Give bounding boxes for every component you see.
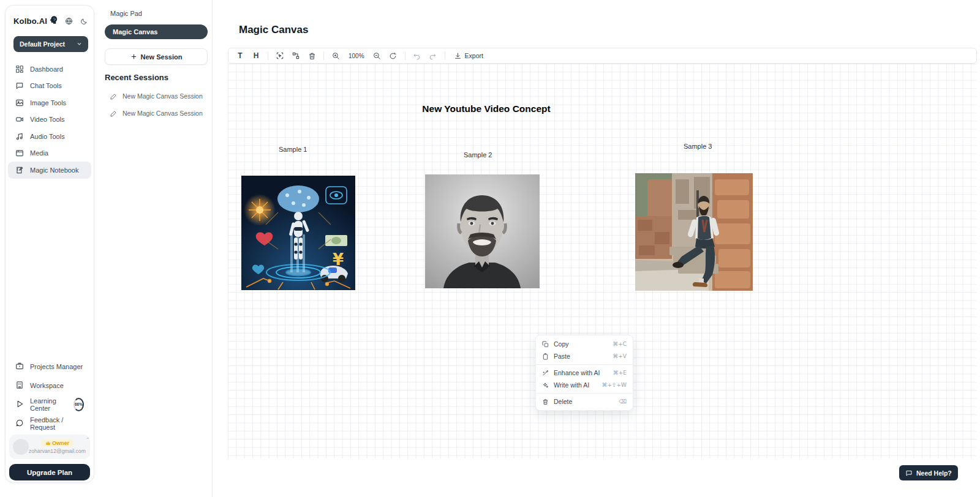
canvas-title-text[interactable]: New Youtube Video Concept — [422, 103, 551, 114]
plus-icon — [130, 53, 137, 60]
sidebar-item-label: Dashboard — [30, 65, 63, 73]
ai-select-tool-button[interactable] — [273, 50, 287, 62]
recent-session-item[interactable]: New Magic Canvas Session — [110, 110, 203, 117]
learning-progress-badge: 66% — [74, 398, 84, 411]
magic-canvas-surface[interactable]: New Youtube Video Concept Sample 1 Sampl… — [228, 64, 976, 458]
context-menu-divider — [536, 364, 633, 365]
zoom-out-button[interactable] — [371, 50, 384, 62]
sidebar-item-workspace[interactable]: Workspace — [8, 376, 91, 395]
sidebar-item-learning-center[interactable]: Learning Center 66% — [8, 395, 91, 414]
shortcut-hint: ⌘+E — [613, 370, 627, 376]
sample-1-label[interactable]: Sample 1 — [279, 146, 307, 153]
sidebar-bottom: Projects Manager Workspace Learning Cent… — [8, 357, 91, 433]
app-logo: Kolbo.AI — [13, 17, 47, 26]
context-menu-item-delete[interactable]: Delete ⌫ — [536, 395, 633, 408]
upgrade-plan-button[interactable]: Upgrade Plan — [9, 464, 90, 480]
pencil-icon — [110, 110, 117, 117]
recent-session-label: New Magic Canvas Session — [123, 110, 203, 117]
sidebar-item-image-tools[interactable]: Image Tools — [8, 94, 91, 111]
canvas-toolbar: T H 100% Export — [228, 48, 977, 64]
reset-view-button[interactable] — [386, 50, 400, 62]
undo-button[interactable] — [410, 50, 424, 62]
project-selector-dropdown[interactable]: Default Project — [13, 36, 88, 52]
context-menu-item-enhance-with-ai[interactable]: Enhance with AI ⌘+E — [536, 367, 633, 379]
sidebar-item-label: Magic Notebook — [30, 166, 79, 174]
toolbar-divider — [323, 51, 324, 60]
context-menu-divider — [536, 393, 633, 394]
sample-image-1-ai-concept[interactable]: ¥ — [241, 176, 355, 290]
menu-item-magic-canvas-active[interactable]: Magic Canvas — [105, 24, 208, 39]
context-menu-label: Enhance with AI — [554, 369, 600, 376]
context-menu-item-write-with-ai[interactable]: Write with AI ⌘+⇧+W — [536, 379, 633, 391]
session-panel: Magic Pad Magic Canvas New Session Recen… — [96, 0, 213, 497]
export-button[interactable]: Export — [450, 52, 487, 60]
toolbar-divider — [268, 51, 268, 60]
video-camera-icon — [15, 115, 24, 124]
context-menu-label: Delete — [554, 398, 572, 405]
need-help-label: Need Help? — [916, 469, 952, 477]
sidebar-item-label: Audio Tools — [30, 133, 65, 140]
zoom-level-indicator: 100% — [345, 53, 368, 59]
menu-item-magic-pad[interactable]: Magic Pad — [110, 10, 142, 17]
new-session-label: New Session — [141, 53, 183, 61]
chevron-down-icon — [77, 40, 82, 48]
sidebar-item-projects-manager[interactable]: Projects Manager — [8, 357, 91, 376]
sidebar-item-media[interactable]: Media — [8, 145, 91, 162]
primary-sidebar: Kolbo.AI Default Project Dashboard — [5, 5, 94, 483]
chat-bubble-icon — [15, 81, 24, 90]
copy-icon — [542, 341, 549, 348]
sidebar-nav: Dashboard Chat Tools Image Tools Video T… — [8, 61, 91, 179]
heading-tool-button[interactable]: H — [249, 50, 263, 62]
context-menu-item-paste[interactable]: Paste ⌘+V — [536, 350, 633, 362]
user-meta: Owner zoharvan12@gmail.com — [29, 439, 86, 454]
sidebar-item-label: Media — [30, 149, 48, 157]
briefcase-icon — [15, 362, 24, 372]
app-root: Kolbo.AI Default Project Dashboard — [0, 0, 980, 497]
project-selector-label: Default Project — [20, 40, 65, 48]
need-help-button[interactable]: Need Help? — [899, 465, 958, 480]
help-chat-icon — [905, 469, 913, 477]
sidebar-item-chat-tools[interactable]: Chat Tools — [8, 78, 91, 95]
text-tool-button[interactable]: T — [233, 50, 247, 62]
sample-2-label[interactable]: Sample 2 — [464, 151, 492, 159]
recent-sessions-header: Recent Sessions — [105, 73, 168, 82]
toolbar-divider — [405, 51, 405, 60]
feedback-chat-icon — [15, 419, 24, 428]
shortcut-hint: ⌘+C — [612, 341, 627, 347]
trash-icon — [542, 398, 549, 405]
image-icon — [15, 99, 24, 107]
sidebar-item-video-tools[interactable]: Video Tools — [8, 111, 91, 129]
sample-image-3-ruins[interactable] — [635, 173, 753, 291]
sidebar-item-magic-notebook[interactable]: Magic Notebook — [8, 162, 91, 179]
sample-image-2-portrait[interactable] — [425, 174, 540, 288]
zoom-in-button[interactable] — [329, 50, 342, 62]
sample-3-label[interactable]: Sample 3 — [684, 143, 712, 150]
shortcut-hint: ⌫ — [619, 398, 627, 405]
collapse-caret-icon: ⌃ — [86, 437, 90, 443]
connector-tool-button[interactable] — [289, 50, 303, 62]
paste-icon — [542, 353, 549, 360]
recent-session-item[interactable]: New Magic Canvas Session — [110, 92, 203, 100]
main-area: Magic Canvas T H 100% Export New Youtube… — [213, 0, 980, 497]
delete-tool-button[interactable] — [305, 50, 318, 62]
crown-icon — [45, 441, 51, 446]
sidebar-item-feedback-request[interactable]: Feedback / Request — [8, 414, 91, 433]
context-menu-label: Write with AI — [554, 381, 589, 389]
sidebar-item-label: Projects Manager — [30, 363, 83, 370]
context-menu-item-copy[interactable]: Copy ⌘+C — [536, 338, 633, 350]
play-icon — [15, 400, 24, 409]
globe-language-icon[interactable] — [65, 17, 73, 25]
toolbar-divider — [445, 51, 445, 60]
sidebar-item-audio-tools[interactable]: Audio Tools — [8, 128, 91, 145]
dark-mode-moon-icon[interactable] — [80, 18, 88, 25]
sidebar-item-label: Workspace — [30, 382, 64, 389]
user-avatar — [13, 439, 29, 455]
redo-button[interactable] — [426, 50, 440, 62]
owner-role-badge: Owner — [41, 439, 74, 447]
user-account-card[interactable]: Owner zoharvan12@gmail.com ⌃ — [9, 435, 90, 459]
new-session-button[interactable]: New Session — [105, 48, 208, 65]
page-title: Magic Canvas — [239, 24, 308, 36]
download-icon — [454, 52, 462, 60]
sidebar-item-dashboard[interactable]: Dashboard — [8, 61, 91, 78]
sidebar-item-label: Chat Tools — [30, 82, 62, 89]
